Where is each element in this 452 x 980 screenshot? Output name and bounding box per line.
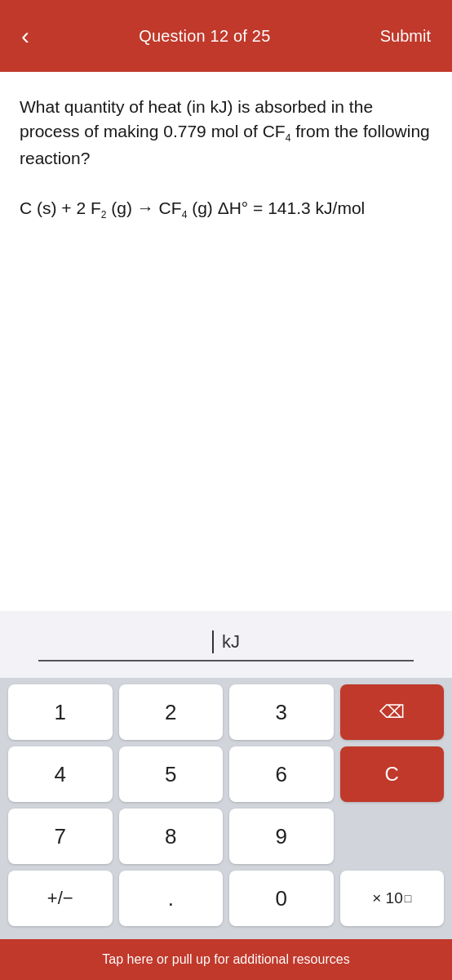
key-plus-minus[interactable]: +/− xyxy=(8,871,113,926)
key-x100[interactable]: × 10□ xyxy=(340,871,445,926)
key-3[interactable]: 3 xyxy=(229,684,334,740)
answer-input-row: kJ xyxy=(38,630,414,662)
question-text: What quantity of heat (in kJ) is absorbe… xyxy=(20,95,432,222)
x100-superscript: □ xyxy=(405,893,411,904)
bottom-bar-label: Tap here or pull up for additional resou… xyxy=(102,952,349,967)
question-area: What quantity of heat (in kJ) is absorbe… xyxy=(0,72,452,611)
keypad: 1 2 3 ⌫ 4 5 6 C 7 8 9 +/− . 0 × 10□ xyxy=(0,678,452,939)
answer-unit: kJ xyxy=(222,631,240,653)
key-clear[interactable]: C xyxy=(340,746,445,802)
key-2[interactable]: 2 xyxy=(119,684,224,740)
submit-button[interactable]: Submit xyxy=(374,20,437,52)
x100-label: × 10 xyxy=(372,889,403,907)
key-decimal[interactable]: . xyxy=(119,871,224,926)
back-button[interactable]: ‹ xyxy=(15,17,36,55)
key-0[interactable]: 0 xyxy=(229,871,334,926)
answer-section: kJ 1 2 3 ⌫ 4 5 6 C 7 8 9 +/− . 0 × 10□ xyxy=(0,611,452,939)
question-progress: Question 12 of 25 xyxy=(139,27,270,46)
key-backspace[interactable]: ⌫ xyxy=(340,684,445,740)
text-cursor xyxy=(212,630,214,653)
bottom-bar[interactable]: Tap here or pull up for additional resou… xyxy=(0,939,452,980)
key-1[interactable]: 1 xyxy=(8,684,113,740)
key-4[interactable]: 4 xyxy=(8,746,113,802)
key-5[interactable]: 5 xyxy=(119,746,224,802)
key-6[interactable]: 6 xyxy=(229,746,334,802)
backspace-icon: ⌫ xyxy=(379,702,405,723)
app-header: ‹ Question 12 of 25 Submit xyxy=(0,0,452,72)
key-empty xyxy=(340,808,445,864)
clear-icon: C xyxy=(385,763,399,786)
key-8[interactable]: 8 xyxy=(119,808,224,864)
key-7[interactable]: 7 xyxy=(8,808,113,864)
key-9[interactable]: 9 xyxy=(229,808,334,864)
